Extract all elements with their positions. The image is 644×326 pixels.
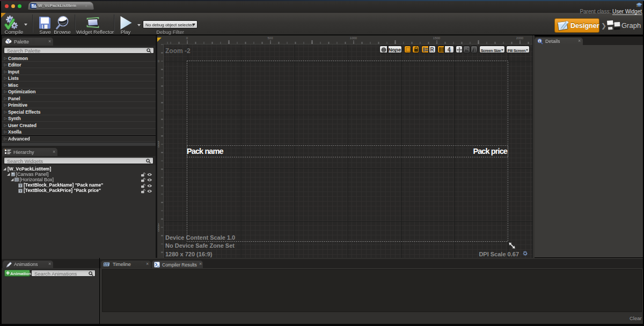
svg-text:i: i [539,39,540,42]
